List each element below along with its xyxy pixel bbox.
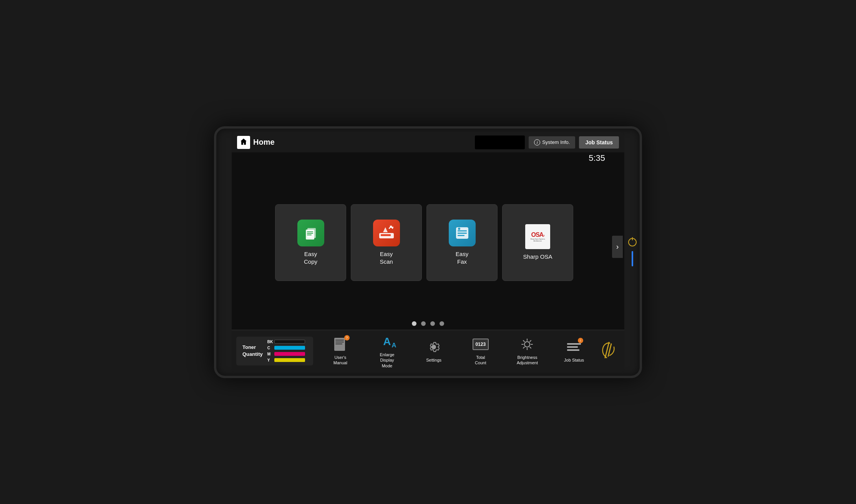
toner-key-c: C: [267, 346, 272, 350]
home-icon-box: [237, 136, 250, 149]
brightness-svg-icon: [520, 337, 534, 351]
easy-copy-icon: [297, 220, 324, 246]
svg-rect-6: [381, 234, 391, 236]
dot-1[interactable]: [412, 321, 416, 326]
toner-quantity-label: Toner Quantity: [242, 344, 263, 358]
job-status-header-label: Job Status: [585, 139, 613, 145]
osa-subtitle-text: Sharp Open Systems Architecture: [527, 238, 549, 242]
system-info-button[interactable]: i System Info.: [529, 136, 575, 149]
easy-scan-label: Easy Scan: [380, 250, 393, 265]
brightness-tool[interactable]: Brightness Adjustment: [514, 336, 541, 366]
svg-rect-13: [458, 235, 464, 236]
system-info-label: System Info.: [542, 139, 570, 145]
total-count-label: Total Count: [475, 355, 486, 366]
enlarge-display-icon: A A: [378, 333, 395, 350]
settings-svg-icon: [427, 340, 441, 354]
sharp-osa-icon: OSA› Sharp Open Systems Architecture: [525, 224, 550, 249]
enlarge-display-label: Enlarge Display Mode: [380, 352, 395, 368]
time-display: 5:35: [589, 153, 605, 163]
brightness-icon: [519, 336, 536, 353]
job-status-tool-icon: i: [566, 339, 582, 355]
svg-rect-3: [307, 233, 313, 234]
job-status-lines: [567, 342, 581, 352]
nfc-icon: [601, 341, 617, 359]
right-edge: [628, 238, 637, 266]
toner-key-m: M: [267, 352, 272, 356]
easy-scan-icon: [373, 220, 400, 246]
users-manual-icon: ?: [332, 336, 349, 353]
js-line-1: [567, 343, 581, 345]
job-status-badge: i: [578, 338, 583, 343]
toner-bar-c: [274, 346, 305, 350]
settings-label: Settings: [426, 357, 441, 363]
settings-tool[interactable]: Settings: [420, 339, 447, 363]
toner-quantity-section: Toner Quantity BK C M: [236, 337, 313, 365]
power-icon: [628, 238, 637, 246]
app-tile-easy-fax[interactable]: Easy Fax: [426, 204, 498, 281]
counter-display: 0123: [473, 339, 489, 350]
job-status-header-button[interactable]: Job Status: [579, 136, 619, 149]
bottom-tools: ? User's Manual A A Enlarge Displa: [313, 333, 601, 368]
scan-svg-icon: [378, 225, 395, 241]
home-icon: [240, 138, 247, 145]
svg-line-26: [530, 340, 531, 342]
users-manual-label: User's Manual: [333, 355, 347, 366]
header-display-box: [475, 136, 525, 149]
toner-bar-bk: [274, 340, 305, 344]
svg-point-19: [524, 342, 530, 347]
easy-fax-label: Easy Fax: [456, 250, 468, 265]
svg-rect-11: [458, 230, 467, 231]
manual-badge: ?: [344, 335, 350, 340]
js-line-3: [567, 349, 579, 351]
svg-line-24: [523, 340, 524, 342]
svg-point-14: [458, 228, 460, 230]
svg-rect-16: [335, 340, 344, 340]
apps-section: Easy Copy: [232, 164, 624, 317]
app-tile-easy-copy[interactable]: Easy Copy: [275, 204, 346, 281]
brightness-label: Brightness Adjustment: [517, 355, 538, 366]
toner-key-y: Y: [267, 358, 272, 362]
toner-row-m: M: [267, 352, 305, 356]
nfc-area: [601, 341, 620, 361]
dot-4[interactable]: [440, 321, 444, 326]
easy-fax-icon: [449, 220, 476, 246]
main-area: Easy Copy: [232, 164, 624, 330]
svg-rect-12: [458, 233, 467, 234]
total-count-tool[interactable]: 0123 Total Count: [467, 336, 494, 366]
toner-bar-m: [274, 352, 305, 356]
job-status-tool-label: Job Status: [564, 357, 584, 363]
easy-copy-label: Easy Copy: [304, 250, 317, 265]
apps-grid: Easy Copy: [275, 204, 573, 281]
dot-3[interactable]: [430, 321, 435, 326]
svg-rect-17: [335, 342, 344, 342]
nav-arrow-right[interactable]: ›: [612, 236, 623, 258]
status-bar-indicator: [632, 251, 633, 266]
app-tile-easy-scan[interactable]: Easy Scan: [351, 204, 422, 281]
js-line-2: [567, 346, 578, 348]
bottom-bar: Toner Quantity BK C M: [232, 330, 624, 372]
fax-svg-icon: [454, 225, 471, 241]
toner-row-c: C: [267, 346, 305, 350]
total-count-icon: 0123: [472, 336, 489, 353]
enlarge-display-tool[interactable]: A A Enlarge Display Mode: [373, 333, 400, 368]
device-frame: Home i System Info. Job Status 5:35 ‹: [214, 126, 642, 378]
header: Home i System Info. Job Status: [232, 132, 624, 152]
svg-rect-18: [335, 344, 342, 344]
svg-line-27: [523, 347, 524, 348]
app-tile-sharp-osa[interactable]: OSA› Sharp Open Systems Architecture Sha…: [502, 204, 573, 281]
dot-2[interactable]: [421, 321, 426, 326]
toner-bars: BK C M Y: [267, 340, 305, 362]
users-manual-tool[interactable]: ? User's Manual: [327, 336, 354, 366]
toner-bar-y: [274, 358, 305, 362]
info-circle-icon: i: [534, 139, 540, 145]
settings-icon: [425, 339, 442, 355]
home-badge: Home: [237, 136, 275, 149]
toner-key-bk: BK: [267, 340, 272, 344]
home-title: Home: [253, 138, 275, 147]
pagination-dots: [232, 317, 624, 330]
osa-title-text: OSA›: [531, 231, 544, 238]
svg-rect-4: [307, 235, 312, 235]
job-status-tool[interactable]: i Job Status: [561, 339, 587, 363]
toner-row-y: Y: [267, 358, 305, 362]
svg-rect-2: [307, 231, 313, 232]
